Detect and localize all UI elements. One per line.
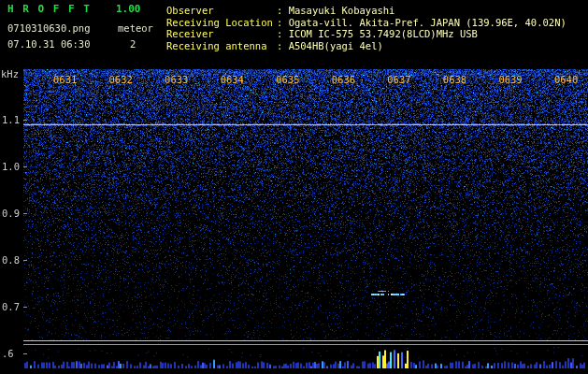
info-value: ICOM IC-575 53.7492(8LCD)MHz USB — [289, 28, 478, 39]
app-title-text: H R O F F T — [7, 3, 91, 15]
info-label: Receiving Location — [166, 17, 277, 29]
time-label: 0639 — [498, 74, 522, 85]
freq-tick — [23, 213, 27, 214]
info-row: Receiving antenna: A504HB(yagi 4el) — [166, 40, 566, 52]
info-row: Receiver: ICOM IC-575 53.7492(8LCD)MHz U… — [166, 28, 566, 40]
meteor-count: 2 — [130, 38, 136, 50]
info-row: Observer: Masayuki Kobayashi — [166, 5, 566, 17]
info-colon: : — [277, 28, 289, 39]
info-colon: : — [277, 5, 289, 16]
info-panel: Observer: Masayuki KobayashiReceiving Lo… — [166, 5, 566, 51]
freq-label: 1.1 — [2, 114, 20, 125]
spectrogram-canvas — [0, 0, 588, 374]
hrofft-window: H R O F F T 1.00 0710310630.png meteor 0… — [0, 0, 588, 374]
freq-unit-label: kHz — [1, 68, 19, 79]
time-label: 0634 — [221, 74, 244, 85]
timestamp: 07.10.31 06:30 — [7, 38, 91, 50]
info-value: A504HB(yagi 4el) — [289, 40, 383, 51]
freq-label: 0.7 — [2, 301, 20, 312]
meteor-label: meteor — [118, 22, 153, 34]
time-label: 0637 — [387, 74, 410, 85]
info-colon: : — [277, 17, 289, 28]
filename: 0710310630.png — [7, 22, 91, 34]
info-value: Ogata-vill. Akita-Pref. JAPAN (139.96E, … — [289, 17, 566, 28]
time-label: 0633 — [165, 74, 188, 85]
time-label: 0636 — [332, 74, 355, 85]
time-label: 0632 — [109, 74, 133, 85]
freq-label: .6 — [2, 348, 14, 359]
app-version: 1.00 — [116, 3, 141, 15]
freq-tick — [23, 260, 27, 261]
freq-label: 0.8 — [2, 254, 20, 266]
freq-tick — [23, 353, 27, 354]
time-label: 0638 — [443, 74, 466, 85]
time-label: 0631 — [53, 74, 77, 85]
freq-tick — [23, 307, 27, 308]
info-colon: : — [277, 40, 289, 51]
freq-tick — [23, 166, 27, 167]
info-row: Receiving Location: Ogata-vill. Akita-Pr… — [166, 17, 566, 29]
info-label: Receiver — [166, 28, 277, 40]
app-title: H R O F F T 1.00 — [7, 3, 140, 15]
freq-label: 1.0 — [2, 161, 20, 172]
info-value: Masayuki Kobayashi — [289, 5, 395, 16]
time-label: 0640 — [554, 74, 578, 85]
freq-label: 0.9 — [2, 208, 20, 219]
info-label: Receiving antenna — [166, 40, 277, 52]
time-label: 0635 — [276, 74, 299, 85]
freq-tick — [23, 120, 27, 121]
info-label: Observer — [166, 5, 277, 17]
